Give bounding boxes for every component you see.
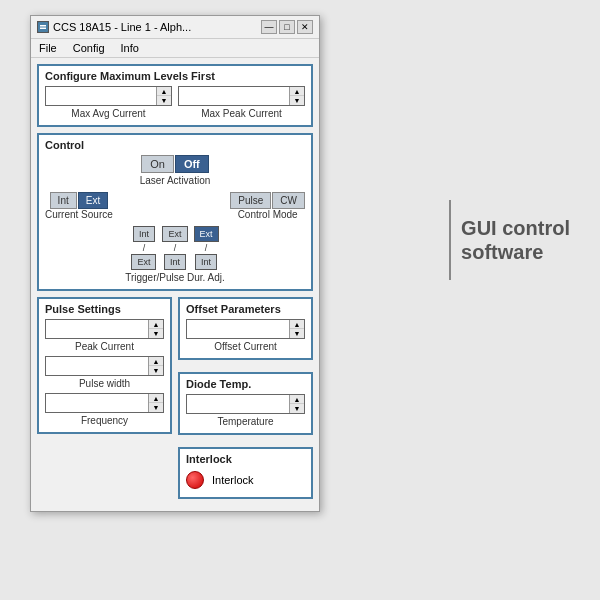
- trig-int3-btn[interactable]: Int: [195, 254, 217, 270]
- trig-group-1: Int / Ext: [131, 226, 156, 270]
- peak-current-label: Peak Current: [45, 341, 164, 352]
- maximize-button[interactable]: □: [279, 20, 295, 34]
- max-peak-up[interactable]: ▲: [290, 87, 304, 96]
- trig-pair-3b: Int: [195, 254, 217, 270]
- frequency-down[interactable]: ▼: [149, 403, 163, 412]
- mode-cw-button[interactable]: CW: [272, 192, 305, 209]
- temperature-field[interactable]: 25,0 °C: [187, 397, 289, 411]
- configure-inputs-row: 0,000 A ▲ ▼ Max Avg Current 0,000 A ▲ ▼: [45, 86, 305, 119]
- offset-current-input[interactable]: 0,0 mA ▲ ▼: [186, 319, 305, 339]
- laser-on-button[interactable]: On: [141, 155, 174, 173]
- trig-group-2: Ext / Int: [162, 226, 187, 270]
- trig-group-3: Ext / Int: [194, 226, 219, 270]
- frequency-label: Frequency: [45, 415, 164, 426]
- title-bar-controls[interactable]: — □ ✕: [261, 20, 313, 34]
- pulse-settings-title: Pulse Settings: [45, 303, 164, 315]
- max-avg-arrows[interactable]: ▲ ▼: [156, 87, 171, 105]
- pulse-width-input[interactable]: 20,000 ns ▲ ▼: [45, 356, 164, 376]
- frequency-arrows[interactable]: ▲ ▼: [148, 394, 163, 412]
- peak-current-down[interactable]: ▼: [149, 329, 163, 338]
- max-peak-current-field[interactable]: 0,000 A: [179, 89, 289, 103]
- trigger-label: Trigger/Pulse Dur. Adj.: [45, 272, 305, 283]
- current-source-label: Current Source: [45, 209, 113, 220]
- control-panel: Control On Off Laser Activation Int Ex: [37, 133, 313, 291]
- title-bar: CCS 18A15 - Line 1 - Alph... — □ ✕: [31, 16, 319, 39]
- max-peak-current-group: 0,000 A ▲ ▼ Max Peak Current: [178, 86, 305, 119]
- configure-panel: Configure Maximum Levels First 0,000 A ▲…: [37, 64, 313, 127]
- trig-slash3: /: [205, 243, 208, 253]
- current-source-group: Int Ext Current Source: [45, 192, 113, 220]
- sidebar: GUI control software: [449, 200, 570, 280]
- sidebar-line2: software: [461, 240, 570, 264]
- source-mode-row: Int Ext Current Source Pulse CW Control …: [45, 192, 305, 220]
- peak-current-group: 0 mA ▲ ▼ Peak Current: [45, 319, 164, 352]
- close-button[interactable]: ✕: [297, 20, 313, 34]
- pulse-width-group: 20,000 ns ▲ ▼ Pulse width: [45, 356, 164, 389]
- control-section: On Off Laser Activation Int Ext Current …: [45, 155, 305, 283]
- laser-activation-row: On Off Laser Activation: [140, 155, 211, 186]
- minimize-button[interactable]: —: [261, 20, 277, 34]
- main-window: CCS 18A15 - Line 1 - Alph... — □ ✕ File …: [30, 15, 320, 512]
- sidebar-text-block: GUI control software: [461, 216, 570, 264]
- max-avg-up[interactable]: ▲: [157, 87, 171, 96]
- temperature-group: 25,0 °C ▲ ▼ Temperature: [186, 394, 305, 427]
- trig-int2-btn[interactable]: Int: [164, 254, 186, 270]
- max-peak-current-input[interactable]: 0,000 A ▲ ▼: [178, 86, 305, 106]
- max-avg-current-field[interactable]: 0,000 A: [46, 89, 156, 103]
- menu-file[interactable]: File: [37, 41, 59, 55]
- laser-off-button[interactable]: Off: [175, 155, 209, 173]
- temperature-label: Temperature: [186, 416, 305, 427]
- svg-rect-1: [40, 25, 46, 27]
- temperature-down[interactable]: ▼: [290, 404, 304, 413]
- interlock-row: Interlock: [186, 469, 305, 491]
- peak-current-input[interactable]: 0 mA ▲ ▼: [45, 319, 164, 339]
- mode-pulse-button[interactable]: Pulse: [230, 192, 271, 209]
- peak-current-up[interactable]: ▲: [149, 320, 163, 329]
- pulse-width-label: Pulse width: [45, 378, 164, 389]
- trig-pair-1: Int: [133, 226, 155, 242]
- menu-config[interactable]: Config: [71, 41, 107, 55]
- laser-activation-label: Laser Activation: [140, 175, 211, 186]
- trig-int1-btn[interactable]: Int: [133, 226, 155, 242]
- svg-rect-2: [40, 28, 46, 30]
- max-peak-down[interactable]: ▼: [290, 96, 304, 105]
- temperature-arrows[interactable]: ▲ ▼: [289, 395, 304, 413]
- offset-current-up[interactable]: ▲: [290, 320, 304, 329]
- trig-ext2-btn[interactable]: Ext: [162, 226, 187, 242]
- frequency-input[interactable]: 1 Hz ▲ ▼: [45, 393, 164, 413]
- pulse-width-arrows[interactable]: ▲ ▼: [148, 357, 163, 375]
- peak-current-arrows[interactable]: ▲ ▼: [148, 320, 163, 338]
- temperature-input[interactable]: 25,0 °C ▲ ▼: [186, 394, 305, 414]
- max-avg-current-group: 0,000 A ▲ ▼ Max Avg Current: [45, 86, 172, 119]
- trig-ext1-btn[interactable]: Ext: [131, 254, 156, 270]
- frequency-up[interactable]: ▲: [149, 394, 163, 403]
- temperature-up[interactable]: ▲: [290, 395, 304, 404]
- trigger-row: Int / Ext Ext /: [45, 226, 305, 283]
- current-ext-button[interactable]: Ext: [78, 192, 108, 209]
- menu-info[interactable]: Info: [119, 41, 141, 55]
- title-bar-left: CCS 18A15 - Line 1 - Alph...: [37, 21, 191, 33]
- offset-current-arrows[interactable]: ▲ ▼: [289, 320, 304, 338]
- trig-pair-2b: Int: [164, 254, 186, 270]
- offset-panel: Offset Parameters 0,0 mA ▲ ▼ Offset Curr…: [178, 297, 313, 360]
- trigger-diagram: Int / Ext Ext /: [45, 226, 305, 270]
- peak-current-field[interactable]: 0 mA: [46, 322, 148, 336]
- frequency-field[interactable]: 1 Hz: [46, 396, 148, 410]
- max-peak-arrows[interactable]: ▲ ▼: [289, 87, 304, 105]
- control-mode-toggle: Pulse CW: [230, 192, 305, 209]
- trig-ext3-btn[interactable]: Ext: [194, 226, 219, 242]
- offset-current-down[interactable]: ▼: [290, 329, 304, 338]
- pulse-width-down[interactable]: ▼: [149, 366, 163, 375]
- max-avg-down[interactable]: ▼: [157, 96, 171, 105]
- pulse-width-field[interactable]: 20,000 ns: [46, 359, 148, 373]
- max-avg-label: Max Avg Current: [71, 108, 145, 119]
- pulse-width-up[interactable]: ▲: [149, 357, 163, 366]
- current-int-button[interactable]: Int: [50, 192, 77, 209]
- menu-bar: File Config Info: [31, 39, 319, 58]
- offset-title: Offset Parameters: [186, 303, 305, 315]
- offset-current-field[interactable]: 0,0 mA: [187, 322, 289, 336]
- left-column: Pulse Settings 0 mA ▲ ▼ Peak Current: [37, 297, 172, 505]
- max-avg-current-input[interactable]: 0,000 A ▲ ▼: [45, 86, 172, 106]
- right-column: Offset Parameters 0,0 mA ▲ ▼ Offset Curr…: [178, 297, 313, 505]
- trig-pair-1b: Ext: [131, 254, 156, 270]
